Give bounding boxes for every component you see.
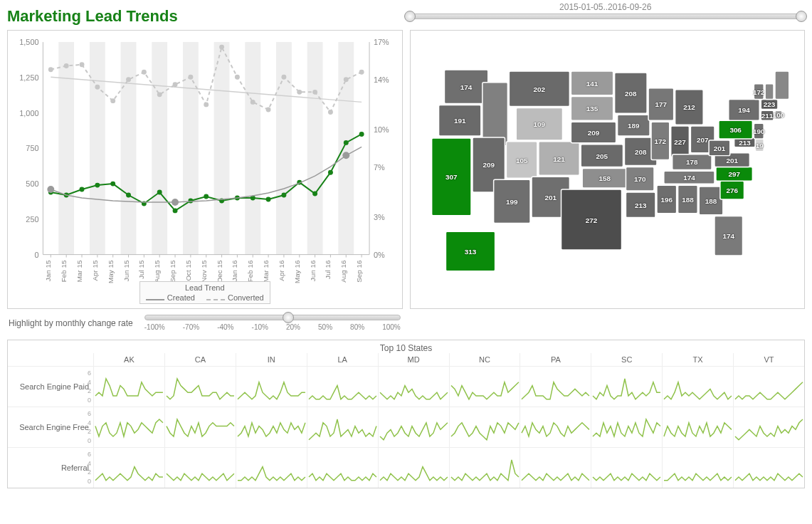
spark-cell[interactable]: [591, 407, 662, 447]
spark-cell[interactable]: [733, 407, 804, 447]
spark-cell[interactable]: [733, 448, 804, 488]
spark-col-NC: NC: [449, 353, 520, 366]
spark-cell[interactable]: [449, 367, 520, 407]
spark-cell[interactable]: [449, 448, 520, 488]
svg-rect-124: [516, 108, 562, 140]
map-state-LA[interactable]: 213: [626, 192, 655, 218]
map-state-MI[interactable]: 212: [675, 89, 703, 124]
map-state-AR[interactable]: 170: [626, 167, 654, 191]
spark-cell[interactable]: [378, 367, 449, 407]
spark-cell[interactable]: [733, 367, 804, 407]
spark-cell[interactable]: [662, 367, 733, 407]
spark-cell[interactable]: [236, 407, 307, 447]
map-state-NH[interactable]: [765, 83, 774, 99]
map-state-AZ[interactable]: 199: [493, 179, 529, 223]
map-state-OR[interactable]: 191: [438, 105, 480, 135]
spark-cell[interactable]: [307, 407, 378, 447]
map-state-OK[interactable]: 158: [582, 168, 627, 188]
date-range-slider[interactable]: 2015-01-05..2016-09-26: [406, 14, 806, 19]
map-state-WI[interactable]: 177: [648, 88, 674, 120]
map-state-MS[interactable]: 196: [656, 185, 676, 214]
map-state-AL[interactable]: 188: [677, 185, 697, 214]
spark-cell[interactable]: [520, 367, 591, 407]
svg-rect-196: [761, 110, 774, 120]
svg-rect-136: [571, 96, 613, 120]
map-state-KY[interactable]: 178: [672, 154, 711, 169]
spark-cell[interactable]: [591, 367, 662, 407]
svg-point-91: [342, 152, 349, 159]
map-state-GA[interactable]: 188: [699, 187, 723, 215]
map-state-TN[interactable]: 174: [663, 171, 714, 184]
highlight-knob[interactable]: [283, 312, 294, 323]
range-knob-end[interactable]: [796, 11, 807, 22]
svg-text:500: 500: [26, 179, 38, 188]
spark-cell[interactable]: [164, 367, 236, 407]
map-state-NJ[interactable]: 190: [753, 123, 765, 139]
map-state-FL[interactable]: 174: [714, 216, 742, 255]
spark-cell[interactable]: [662, 407, 733, 447]
svg-rect-160: [675, 89, 703, 124]
map-state-IL[interactable]: 172: [651, 122, 670, 159]
spark-cell[interactable]: [93, 407, 164, 447]
svg-rect-203: [774, 71, 789, 100]
svg-point-78: [204, 194, 209, 199]
highlight-slider[interactable]: -100%-70%-40%-10%20%50%80%100%: [144, 315, 401, 331]
lead-trend-chart[interactable]: 02505007501,0001,2501,5000%3%7%10%14%17%…: [7, 30, 403, 309]
map-state-ME[interactable]: [774, 71, 789, 100]
svg-rect-126: [506, 141, 537, 177]
map-state-NE[interactable]: 209: [571, 122, 616, 143]
svg-text:Mar 15: Mar 15: [75, 260, 83, 282]
map-state-SC[interactable]: 276: [719, 181, 744, 199]
svg-point-87: [344, 140, 349, 145]
map-state-UT[interactable]: 105: [506, 141, 537, 177]
map-state-CT[interactable]: 211: [761, 110, 774, 120]
spark-cell[interactable]: [662, 448, 733, 488]
map-state-AK[interactable]: 313: [445, 231, 495, 271]
spark-cell[interactable]: [520, 448, 591, 488]
map-state-RI[interactable]: 100: [772, 110, 784, 119]
spark-cell[interactable]: [591, 448, 662, 488]
map-state-WV[interactable]: 201: [709, 140, 730, 155]
map-state-MA[interactable]: 223: [761, 99, 778, 109]
spark-cell[interactable]: [378, 407, 449, 447]
map-state-NY[interactable]: 194: [728, 99, 759, 120]
spark-cell[interactable]: [520, 407, 591, 447]
map-state-PA[interactable]: 306: [718, 120, 752, 139]
svg-rect-152: [626, 167, 654, 191]
map-state-IN[interactable]: 227: [670, 126, 689, 157]
spark-cell[interactable]: [449, 407, 520, 447]
svg-rect-204: [774, 110, 781, 119]
map-state-ND[interactable]: 141: [571, 71, 613, 95]
map-state-WY[interactable]: 109: [516, 108, 562, 140]
map-state-WA[interactable]: 174: [444, 70, 487, 103]
spark-cell[interactable]: [236, 367, 307, 407]
svg-rect-138: [571, 122, 616, 143]
spark-cell[interactable]: [378, 448, 449, 488]
map-state-DE[interactable]: 19: [755, 139, 764, 152]
spark-cell[interactable]: [307, 367, 378, 407]
svg-rect-9: [338, 42, 354, 254]
spark-cell[interactable]: [93, 448, 164, 488]
map-state-IA[interactable]: 189: [617, 115, 649, 136]
map-state-CO[interactable]: 121: [538, 141, 579, 174]
spark-cell[interactable]: [93, 367, 164, 407]
us-map[interactable]: 1741913072092021091051991212011411352092…: [410, 30, 806, 309]
map-state-NC[interactable]: 297: [715, 167, 752, 181]
spark-cell[interactable]: [236, 448, 307, 488]
spark-cell[interactable]: [164, 407, 236, 447]
map-state-CA[interactable]: 307: [431, 138, 470, 216]
map-state-SD[interactable]: 135: [571, 96, 613, 120]
map-state-MT[interactable]: 202: [509, 71, 569, 106]
map-state-VT[interactable]: 172: [753, 83, 765, 99]
svg-rect-190: [728, 99, 759, 120]
map-state-MN[interactable]: 208: [614, 73, 646, 113]
spark-cell[interactable]: [307, 448, 378, 488]
map-state-KS[interactable]: 205: [581, 144, 623, 167]
svg-point-71: [95, 183, 100, 188]
spark-cell[interactable]: [164, 448, 236, 488]
range-knob-start[interactable]: [404, 11, 416, 22]
map-state-ID[interactable]: [482, 82, 507, 145]
svg-rect-122: [509, 71, 569, 106]
svg-text:Jul 15: Jul 15: [137, 260, 145, 279]
map-state-TX[interactable]: 272: [561, 189, 621, 250]
